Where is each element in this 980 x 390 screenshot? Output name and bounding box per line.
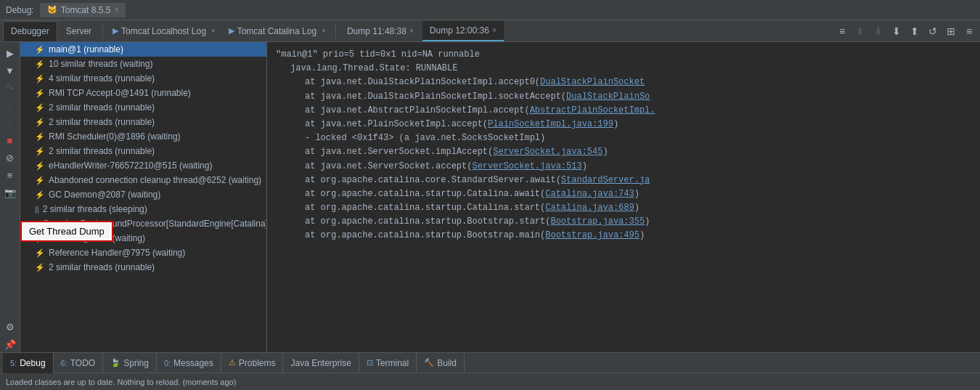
btn-filter[interactable]: ▼ xyxy=(2,62,18,78)
status-bar: Loaded classes are up to date. Nothing t… xyxy=(0,373,980,390)
todo-tab-label: TODO xyxy=(70,358,95,368)
thread-label-11: 2 similar threads (sleeping) xyxy=(43,204,147,214)
link-6[interactable]: ServerSocket.java:513 xyxy=(472,161,581,171)
btn-step-out[interactable]: ↑ xyxy=(2,115,18,131)
thread-icon-11: || xyxy=(35,205,39,214)
status-text: Loaded classes are up to date. Nothing t… xyxy=(6,378,236,386)
bottom-tab-todo[interactable]: 6: TODO xyxy=(54,353,104,373)
thread-label-0: main@1 (runnable) xyxy=(49,44,123,54)
btn-resume[interactable]: ▶ xyxy=(2,45,18,61)
tomcat-icon: 🐱 xyxy=(47,5,57,15)
thread-item-11[interactable]: || 2 similar threads (sleeping) xyxy=(20,202,266,216)
tab-dump-2[interactable]: Dump 12:00:36 × xyxy=(422,21,504,41)
btn-stop[interactable]: ■ xyxy=(2,132,18,148)
thread-item-4[interactable]: ⚡ 2 similar threads (runnable) xyxy=(20,100,266,115)
bottom-tab-messages[interactable]: 0: Messages xyxy=(157,353,221,373)
link-11[interactable]: Bootstrap.java:495 xyxy=(545,230,640,240)
title-tab-label: Tomcat 8.5.5 xyxy=(61,5,111,15)
thread-item-7[interactable]: ⚡ 2 similar threads (runnable) xyxy=(20,144,266,158)
thread-item-15[interactable]: ⚡ 2 similar threads (runnable) xyxy=(20,260,266,275)
messages-tab-num: 0: xyxy=(164,359,171,367)
link-10[interactable]: Bootstrap.java:355 xyxy=(550,216,645,227)
title-tab-close[interactable]: × xyxy=(114,6,118,14)
tab-close-1[interactable]: × xyxy=(211,27,216,35)
tab-dump-1-close[interactable]: × xyxy=(409,27,414,35)
title-tab[interactable]: 🐱 Tomcat 8.5.5 × xyxy=(40,3,126,17)
thread-icon-8: ⚡ xyxy=(35,161,45,171)
thread-icon-2: ⚡ xyxy=(35,74,45,84)
link-1[interactable]: DualStackPlainSocket xyxy=(540,77,645,87)
content-panel: "main@1" prio=5 tid=0x1 nid=NA runnable … xyxy=(267,42,980,352)
link-5[interactable]: ServerSocket.java:545 xyxy=(493,147,603,157)
action-menu[interactable]: ≡ xyxy=(834,23,850,39)
thread-icon-15: ⚡ xyxy=(35,263,45,272)
thread-label-8: eHandlerWriter-766572210@515 (waiting) xyxy=(49,161,212,171)
action-refresh[interactable]: ↺ xyxy=(925,23,941,39)
tab-tomcat-catalina-log[interactable]: ▶ Tomcat Catalina Log × xyxy=(223,21,332,41)
bottom-tab-java-enterprise[interactable]: Java Enterprise xyxy=(283,353,359,373)
thread-item-3[interactable]: ⚡ RMI TCP Accept-0@1491 (runnable) xyxy=(20,86,266,100)
bottom-tab-spring[interactable]: 🍃 Spring xyxy=(103,353,157,373)
bottom-tab-problems[interactable]: ⚠ Problems xyxy=(221,353,284,373)
link-8[interactable]: Catalina.java:743 xyxy=(545,189,634,199)
thread-item-8[interactable]: ⚡ eHandlerWriter-766572210@515 (waiting) xyxy=(20,158,266,173)
thread-item-2[interactable]: ⚡ 4 similar threads (runnable) xyxy=(20,71,266,86)
link-4[interactable]: PlainSocketImpl.java:199 xyxy=(488,119,613,129)
tab-close-2[interactable]: × xyxy=(322,27,326,35)
thread-item-9[interactable]: ⚡ Abandoned connection cleanup thread@62… xyxy=(20,173,266,187)
btn-step-into[interactable]: ↓ xyxy=(2,97,18,113)
thread-item-1[interactable]: ⚡ 10 similar threads (waiting) xyxy=(20,57,266,71)
tab-dump-2-close[interactable]: × xyxy=(492,26,497,34)
link-3[interactable]: AbstractPlainSocketImpl. xyxy=(530,105,656,115)
tab-dump-1[interactable]: Dump 11:48:38 × xyxy=(340,21,421,41)
action-grid[interactable]: ⊞ xyxy=(943,23,959,39)
thread-item-10[interactable]: ⚡ GC Daemon@2087 (waiting) xyxy=(20,187,266,202)
thread-label-7: 2 similar threads (runnable) xyxy=(49,146,155,156)
bottom-tab-debug[interactable]: 5: Debug xyxy=(3,353,54,373)
thread-label-5: 2 similar threads (runnable) xyxy=(49,117,155,127)
btn-mute[interactable]: ⊘ xyxy=(2,150,18,166)
bottom-tab-build[interactable]: 🔨 Build xyxy=(417,353,465,373)
action-download[interactable]: ⬇ xyxy=(889,23,905,39)
thread-item-14[interactable]: ⚡ Reference Handler@7975 (waiting) xyxy=(20,245,266,260)
code-line-10: at org.apache.catalina.startup.Catalina.… xyxy=(276,187,971,201)
btn-step-over[interactable]: ↷ xyxy=(2,80,18,96)
thread-item-6[interactable]: ⚡ RMI Scheduler(0)@1896 (waiting) xyxy=(20,129,266,144)
thread-icon-9: ⚡ xyxy=(35,176,45,185)
bottom-tab-terminal[interactable]: ⊡ Terminal xyxy=(359,353,417,373)
btn-threads[interactable]: ≡ xyxy=(2,167,18,183)
terminal-tab-label: Terminal xyxy=(376,358,409,368)
build-icon: 🔨 xyxy=(424,358,434,367)
tab-debugger[interactable]: Debugger xyxy=(3,21,57,41)
tab-server[interactable]: Server xyxy=(59,21,99,41)
action-up[interactable]: ⬆ xyxy=(852,23,868,39)
tab-tomcat-localhost-log[interactable]: ▶ Tomcat Localhost Log × xyxy=(107,21,221,41)
problems-icon: ⚠ xyxy=(229,358,236,367)
thread-panel: ⚡ main@1 (runnable) ⚡ 10 similar threads… xyxy=(20,42,267,352)
build-tab-label: Build xyxy=(437,358,457,368)
action-down[interactable]: ⬇ xyxy=(870,23,886,39)
link-7[interactable]: StandardServer.ja xyxy=(561,175,650,185)
thread-item-5[interactable]: ⚡ 2 similar threads (runnable) xyxy=(20,115,266,129)
get-thread-dump-button[interactable]: Get Thread Dump xyxy=(20,221,113,242)
thread-icon-3: ⚡ xyxy=(35,89,45,98)
btn-pin[interactable]: 📌 xyxy=(2,336,18,352)
code-line-9: at org.apache.catalina.core.StandardServ… xyxy=(276,174,971,187)
thread-icon-14: ⚡ xyxy=(35,248,45,258)
link-9[interactable]: Catalina.java:689 xyxy=(545,203,634,213)
btn-settings2[interactable]: ⚙ xyxy=(2,319,18,335)
action-upload[interactable]: ⬆ xyxy=(907,23,923,39)
action-settings[interactable]: ≡ xyxy=(961,23,977,39)
btn-camera[interactable]: 📷 xyxy=(2,184,18,200)
code-line-3: at java.net.DualStackPlainSocketImpl.soc… xyxy=(276,90,971,104)
thread-item-0[interactable]: ⚡ main@1 (runnable) xyxy=(20,42,266,57)
code-line-5: at java.net.PlainSocketImpl.accept(Plain… xyxy=(276,118,971,131)
tab-separator-1 xyxy=(102,24,103,38)
thread-label-9: Abandoned connection cleanup thread@6252… xyxy=(49,175,261,185)
thread-label-4: 2 similar threads (runnable) xyxy=(49,102,155,113)
link-2[interactable]: DualStackPlainSo xyxy=(566,92,650,102)
code-line-4: at java.net.AbstractPlainSocketImpl.acce… xyxy=(276,104,971,118)
code-line-8: at java.net.ServerSocket.accept(ServerSo… xyxy=(276,160,971,174)
title-bar: Debug: 🐱 Tomcat 8.5.5 × xyxy=(0,0,980,20)
thread-icon-10: ⚡ xyxy=(35,190,45,200)
